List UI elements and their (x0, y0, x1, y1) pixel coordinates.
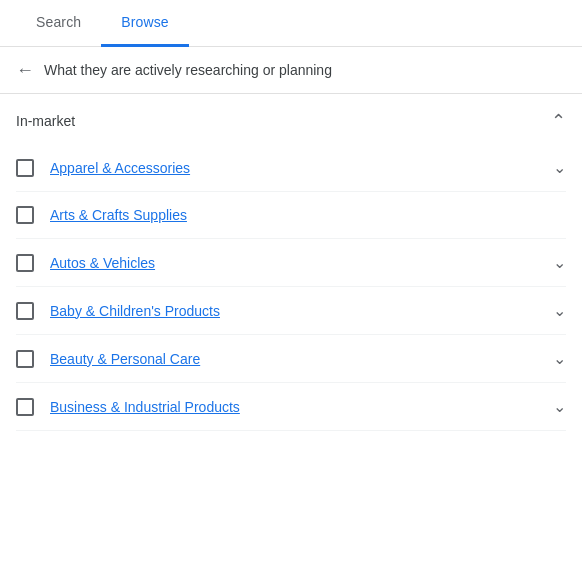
tab-browse[interactable]: Browse (101, 0, 189, 47)
category-left-business: Business & Industrial Products (16, 398, 240, 416)
chevron-down-icon-business[interactable]: ⌄ (553, 397, 566, 416)
category-item-arts: Arts & Crafts Supplies (16, 192, 566, 239)
category-left-arts: Arts & Crafts Supplies (16, 206, 187, 224)
back-row: ← What they are actively researching or … (0, 47, 582, 94)
tab-bar: Search Browse (0, 0, 582, 47)
collapse-section-icon[interactable]: ⌃ (551, 110, 566, 132)
category-name-baby[interactable]: Baby & Children's Products (50, 303, 220, 319)
category-left-apparel: Apparel & Accessories (16, 159, 190, 177)
chevron-down-icon-autos[interactable]: ⌄ (553, 253, 566, 272)
category-left-autos: Autos & Vehicles (16, 254, 155, 272)
back-label: What they are actively researching or pl… (44, 62, 332, 78)
section-title: In-market (16, 113, 75, 129)
tab-search[interactable]: Search (16, 0, 101, 47)
category-name-autos[interactable]: Autos & Vehicles (50, 255, 155, 271)
category-name-arts[interactable]: Arts & Crafts Supplies (50, 207, 187, 223)
checkbox-business[interactable] (16, 398, 34, 416)
section-header: In-market ⌃ (0, 94, 582, 144)
chevron-down-icon-beauty[interactable]: ⌄ (553, 349, 566, 368)
category-item-beauty: Beauty & Personal Care⌄ (16, 335, 566, 383)
category-name-apparel[interactable]: Apparel & Accessories (50, 160, 190, 176)
category-left-beauty: Beauty & Personal Care (16, 350, 200, 368)
category-list: Apparel & Accessories⌄Arts & Crafts Supp… (0, 144, 582, 431)
category-left-baby: Baby & Children's Products (16, 302, 220, 320)
category-item-business: Business & Industrial Products⌄ (16, 383, 566, 431)
category-item-baby: Baby & Children's Products⌄ (16, 287, 566, 335)
chevron-down-icon-apparel[interactable]: ⌄ (553, 158, 566, 177)
back-arrow-icon[interactable]: ← (16, 61, 34, 79)
checkbox-beauty[interactable] (16, 350, 34, 368)
category-name-business[interactable]: Business & Industrial Products (50, 399, 240, 415)
chevron-down-icon-baby[interactable]: ⌄ (553, 301, 566, 320)
category-item-apparel: Apparel & Accessories⌄ (16, 144, 566, 192)
category-item-autos: Autos & Vehicles⌄ (16, 239, 566, 287)
checkbox-baby[interactable] (16, 302, 34, 320)
checkbox-autos[interactable] (16, 254, 34, 272)
category-name-beauty[interactable]: Beauty & Personal Care (50, 351, 200, 367)
checkbox-apparel[interactable] (16, 159, 34, 177)
checkbox-arts[interactable] (16, 206, 34, 224)
